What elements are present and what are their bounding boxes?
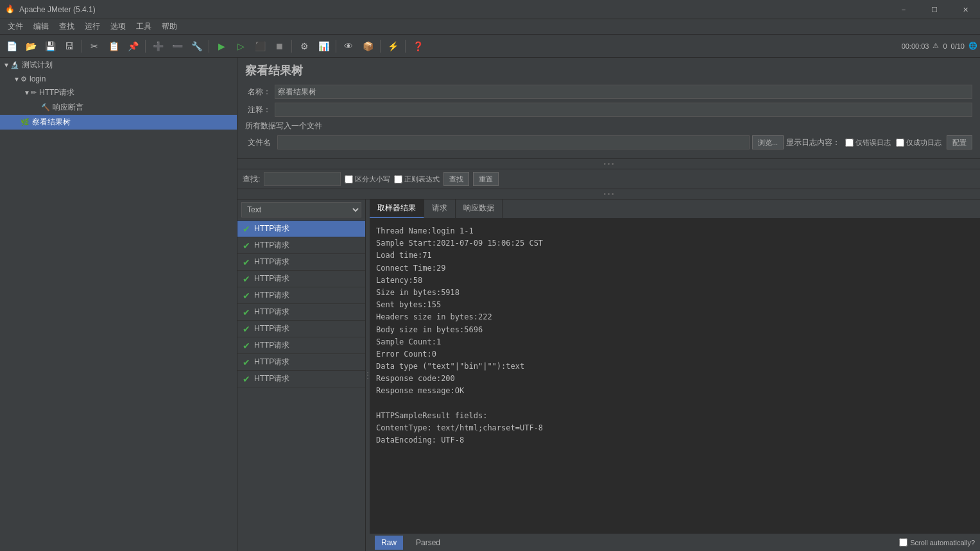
save-as-btn[interactable]: 🖫 [60,37,78,55]
sep1 [82,40,82,53]
reset-button[interactable]: 重置 [473,172,499,186]
tree-item-assertion[interactable]: 🔨 响应断言 [0,100,237,115]
success-log-checkbox[interactable] [896,139,904,147]
tab-request[interactable]: 请求 [424,199,456,218]
result-line: Latency:58 [376,275,974,287]
status-icon: ✔ [243,241,250,251]
tree-item-http[interactable]: ▼ ✏ HTTP请求 [0,85,237,100]
tree-item-test-plan[interactable]: ▼ 🔬 测试计划 [0,58,237,72]
config-button[interactable]: 配置 [947,135,972,149]
help-btn[interactable]: ❓ [409,37,427,55]
success-log-label: 仅成功日志 [896,138,941,148]
menu-tools[interactable]: 工具 [131,20,157,33]
status-icon: ✔ [243,257,250,267]
request-item[interactable]: ✔ HTTP请求 [237,321,365,337]
request-item[interactable]: ✔ HTTP请求 [237,254,365,271]
menu-help[interactable]: 帮助 [157,20,182,33]
warning-count: 0 [943,42,947,50]
name-input[interactable] [275,85,972,99]
result-line: Sample Start:2021-07-09 15:06:25 CST [376,237,974,250]
bottom-tab-parsed[interactable]: Parsed [409,536,447,550]
request-item[interactable]: ✔ HTTP请求 [237,237,365,254]
result-line: Load time:71 [376,250,974,262]
log-btn[interactable]: 📊 [314,37,332,55]
tree-label: 响应断言 [53,102,83,113]
stop-btn[interactable]: ⬛ [251,37,269,55]
error-log-checkbox[interactable] [845,139,854,147]
globe-icon[interactable]: 🌐 [968,42,977,50]
clear-btn[interactable]: 🔧 [187,37,205,55]
sep6 [380,40,381,53]
sep4 [291,40,292,53]
toolbar: 📄 📂 💾 🖫 ✂ 📋 📌 ➕ ➖ 🔧 ▶ ▷ ⬛ ⏹ ⚙ 📊 👁 📦 ⚡ ❓ … [0,35,980,58]
request-item[interactable]: ✔ HTTP请求 [237,371,365,387]
regex-checkbox[interactable] [394,175,402,183]
close-button[interactable]: ✕ [950,0,980,19]
menu-run[interactable]: 运行 [80,20,105,33]
request-item[interactable]: ✔ HTTP请求 [237,287,365,304]
status-icon: ✔ [243,291,250,301]
shutdown-btn[interactable]: ⏹ [270,37,288,55]
tree-item-result-tree[interactable]: 🌿 察看结果树 [0,115,237,130]
comment-input[interactable] [275,103,972,117]
format-select[interactable]: Text JSON XML HTML Regexp Tester [241,202,361,217]
case-sensitive-checkbox[interactable] [345,175,353,183]
cut-btn[interactable]: ✂ [85,37,103,55]
result-line: Headers size in bytes:222 [376,311,974,323]
right-panel: 察看结果树 名称： 注释： 所有数据写入一个文件 文件名 浏览... 显示日志内… [237,58,980,551]
request-item[interactable]: ✔ HTTP请求 [237,221,365,237]
settings-btn[interactable]: ⚙ [295,37,313,55]
name-row: 名称： [245,85,972,99]
status-icon: ✔ [243,324,250,334]
tab-response-data[interactable]: 响应数据 [456,199,503,218]
add-btn[interactable]: ➕ [149,37,167,55]
function-btn[interactable]: 👁 [340,37,357,55]
content-area: Text JSON XML HTML Regexp Tester ✔ HTTP请… [237,199,980,551]
bottom-tab-raw[interactable]: Raw [375,536,403,550]
title-text: Apache JMeter (5.4.1) [19,5,975,14]
new-btn[interactable]: 📄 [3,37,21,55]
file-row: 文件名 浏览... 显示日志内容： 仅错误日志 仅成功日志 配置 [245,135,972,149]
log-options: 显示日志内容： 仅错误日志 仅成功日志 配置 [786,135,972,149]
copy-btn[interactable]: 📋 [105,37,123,55]
request-label: HTTP请求 [254,357,289,368]
result-line: Error Count:0 [376,348,974,360]
menu-file[interactable]: 文件 [3,20,28,33]
paste-btn[interactable]: 📌 [124,37,142,55]
tree-label: 测试计划 [22,60,53,71]
save-btn[interactable]: 💾 [41,37,59,55]
tree-item-login[interactable]: ▼ ⚙ login [0,72,237,85]
remove-btn[interactable]: ➖ [168,37,186,55]
http-icon: ✏ [31,89,37,97]
scroll-auto-checkbox[interactable] [899,538,907,547]
result-line-blank [376,398,974,410]
start-no-pauses-btn[interactable]: ▷ [232,37,250,55]
title-bar: 🔥 Apache JMeter (5.4.1) − ☐ ✕ [0,0,980,19]
template-btn[interactable]: 📦 [359,37,377,55]
request-item[interactable]: ✔ HTTP请求 [237,354,365,371]
file-input[interactable] [277,135,750,149]
tree-label: HTTP请求 [39,87,74,98]
search-button[interactable]: 查找 [443,172,469,186]
menu-options[interactable]: 选项 [105,20,131,33]
status-icon: ✔ [243,274,250,284]
request-item[interactable]: ✔ HTTP请求 [237,304,365,321]
request-item[interactable]: ✔ HTTP请求 [237,337,365,354]
request-item[interactable]: ✔ HTTP请求 [237,271,365,287]
status-icon: ✔ [243,341,250,351]
start-btn[interactable]: ▶ [212,37,230,55]
test-plan-icon: 🔬 [10,61,19,69]
request-list: ✔ HTTP请求 ✔ HTTP请求 ✔ HTTP请求 ✔ HTTP请求 [237,221,365,551]
restore-button[interactable]: ☐ [920,0,949,19]
search-input[interactable] [264,172,341,186]
request-label: HTTP请求 [254,307,289,318]
request-list-wrapper: Text JSON XML HTML Regexp Tester ✔ HTTP请… [237,199,366,551]
open-btn[interactable]: 📂 [22,37,40,55]
window-controls: − ☐ ✕ [889,0,980,19]
tab-sampler-result[interactable]: 取样器结果 [370,199,424,218]
minimize-button[interactable]: − [889,0,918,19]
browse-button[interactable]: 浏览... [752,135,784,149]
menu-edit[interactable]: 编辑 [28,20,54,33]
remote-btn[interactable]: ⚡ [384,37,402,55]
menu-find[interactable]: 查找 [54,20,80,33]
